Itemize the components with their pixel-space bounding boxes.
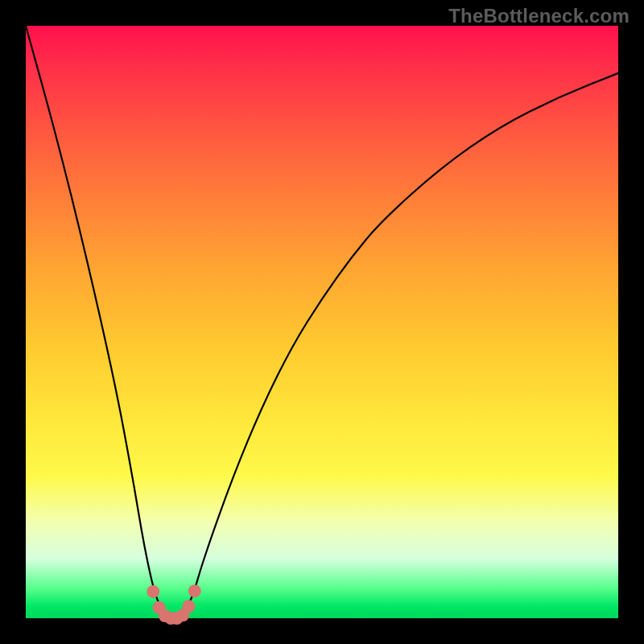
- chart-frame: TheBottleneck.com: [0, 0, 644, 644]
- bottleneck-curve-path: [26, 26, 618, 618]
- trough-marker: [182, 600, 195, 613]
- trough-marker: [188, 584, 201, 597]
- plot-area: [26, 26, 618, 618]
- bottleneck-curve: [26, 26, 618, 618]
- chart-svg: [26, 26, 618, 618]
- trough-marker: [147, 585, 159, 598]
- low-region-markers: [147, 584, 201, 625]
- watermark-text: TheBottleneck.com: [448, 5, 630, 27]
